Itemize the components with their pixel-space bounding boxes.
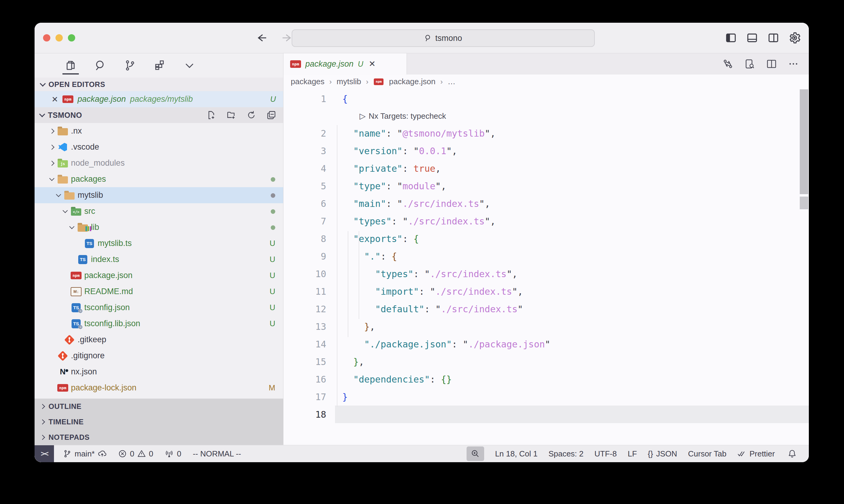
encoding-item[interactable]: UTF-8 bbox=[595, 449, 617, 458]
section-header-outline[interactable]: OUTLINE bbox=[35, 399, 283, 414]
code-line-12[interactable]: 12 "default": "./src/index.ts" bbox=[283, 300, 809, 318]
code-line-5[interactable]: 5 "type": "module", bbox=[283, 177, 809, 195]
explorer-icon[interactable] bbox=[64, 56, 77, 74]
section-header-timeline[interactable]: TIMELINE bbox=[35, 414, 283, 430]
tree-item-mytslib[interactable]: mytslib bbox=[35, 187, 283, 203]
code-line-13[interactable]: 13 }, bbox=[283, 318, 809, 335]
notifications-bell-icon[interactable] bbox=[786, 447, 798, 460]
extensions-icon[interactable] bbox=[153, 56, 167, 74]
collapse-all-button[interactable] bbox=[265, 109, 278, 122]
code-line-7[interactable]: 7 "types": "./src/index.ts", bbox=[283, 212, 809, 230]
file-tree: .nx.vscodejsnode_modulespackagesmytslib<… bbox=[35, 123, 283, 396]
code-line-16[interactable]: 16 "dependencies": {} bbox=[283, 371, 809, 388]
tree-item-mytslib-ts[interactable]: TSmytslib.tsU bbox=[35, 235, 283, 251]
search-panel-icon[interactable] bbox=[93, 56, 107, 74]
open-changes-icon[interactable] bbox=[722, 57, 734, 70]
code-text: "types": "./src/index.ts", bbox=[326, 269, 517, 279]
close-window-button[interactable] bbox=[43, 34, 50, 41]
code-line-1[interactable]: 1{ bbox=[283, 90, 809, 108]
cursor-tab-item[interactable]: Cursor Tab bbox=[688, 449, 727, 458]
remote-indicator[interactable]: >< bbox=[35, 445, 54, 462]
tree-item-lib[interactable]: lib bbox=[35, 219, 283, 235]
cursor-position-item[interactable]: Ln 18, Col 1 bbox=[495, 449, 537, 458]
scrollbar-thumb[interactable] bbox=[800, 89, 808, 194]
close-editor-icon[interactable]: ✕ bbox=[52, 95, 58, 103]
code-line-8[interactable]: 8 "exports": { bbox=[283, 230, 809, 248]
project-section-header[interactable]: TSMONO bbox=[35, 107, 283, 123]
code-line-6[interactable]: 6 "main": "./src/index.ts", bbox=[283, 195, 809, 212]
code-text: }, bbox=[326, 357, 364, 367]
toggle-panel-button[interactable] bbox=[746, 32, 758, 44]
new-folder-button[interactable] bbox=[225, 109, 238, 122]
code-line-17[interactable]: 17} bbox=[283, 388, 809, 406]
run-target-icon[interactable]: ▷ bbox=[360, 111, 366, 121]
screencast-zoom-badge[interactable] bbox=[467, 447, 484, 461]
code-line-10[interactable]: 10 "types": "./src/index.ts", bbox=[283, 265, 809, 283]
more-actions-icon[interactable] bbox=[787, 57, 800, 70]
tree-item-src[interactable]: </>src bbox=[35, 203, 283, 219]
command-center-search[interactable]: tsmono bbox=[292, 30, 595, 47]
tree-item--gitignore[interactable]: .gitignore bbox=[35, 348, 283, 364]
code-text: "main": "./src/index.ts", bbox=[326, 198, 490, 209]
code-line-14[interactable]: 14 "./package.json": "./package.json" bbox=[283, 335, 809, 353]
maximize-window-button[interactable] bbox=[68, 34, 75, 41]
breadcrumb-item[interactable]: … bbox=[447, 77, 455, 86]
tree-item--gitkeep[interactable]: .gitkeep bbox=[35, 332, 283, 348]
language-mode-item[interactable]: {} JSON bbox=[648, 449, 677, 458]
settings-gear-icon[interactable] bbox=[788, 32, 801, 44]
tree-item--nx[interactable]: .nx bbox=[35, 123, 283, 139]
tree-item-nx-json[interactable]: Nnx.json bbox=[35, 364, 283, 380]
tab-close-icon[interactable]: ✕ bbox=[369, 59, 376, 69]
code-line-9[interactable]: 9 ".": { bbox=[283, 248, 809, 265]
scrollbar-thumb-secondary[interactable] bbox=[800, 197, 808, 209]
tree-item--vscode[interactable]: .vscode bbox=[35, 139, 283, 155]
open-editor-item[interactable]: ✕ npm package.json packages/mytslib U bbox=[35, 91, 283, 107]
indentation-item[interactable]: Spaces: 2 bbox=[548, 449, 584, 458]
tree-item-readme-md[interactable]: M↓README.mdU bbox=[35, 284, 283, 300]
problems-item[interactable]: 0 0 bbox=[118, 449, 153, 458]
tree-item-tsconfig-lib-json[interactable]: TStsconfig.lib.jsonU bbox=[35, 316, 283, 332]
source-control-icon[interactable] bbox=[123, 56, 137, 74]
tab-package-json[interactable]: npm package.json U ✕ bbox=[283, 53, 407, 74]
git-branch-item[interactable]: main* bbox=[63, 449, 107, 458]
breadcrumb-item[interactable]: package.json bbox=[389, 77, 435, 86]
tree-item-tsconfig-json[interactable]: TStsconfig.jsonU bbox=[35, 300, 283, 316]
refresh-button[interactable] bbox=[245, 109, 258, 122]
section-header-notepads[interactable]: NOTEPADS bbox=[35, 430, 283, 445]
nx-codelens[interactable]: ▷Nx Targets: typecheck bbox=[283, 108, 809, 125]
vim-mode-indicator[interactable]: -- NORMAL -- bbox=[193, 449, 241, 458]
tree-item-label: tsconfig.lib.json bbox=[84, 319, 140, 328]
tree-item-package-lock-json[interactable]: npmpackage-lock.jsonM bbox=[35, 380, 283, 396]
formatter-item[interactable]: Prettier bbox=[737, 449, 775, 458]
toggle-primary-sidebar-button[interactable] bbox=[725, 32, 737, 44]
tree-item-index-ts[interactable]: TSindex.tsU bbox=[35, 251, 283, 267]
code-text: "import": "./src/index.ts", bbox=[326, 286, 523, 297]
code-line-2[interactable]: 2 "name": "@tsmono/mytslib", bbox=[283, 125, 809, 142]
split-editor-icon[interactable] bbox=[765, 57, 778, 70]
toggle-secondary-sidebar-button[interactable] bbox=[767, 32, 780, 44]
code-line-3[interactable]: 3 "version": "0.0.1", bbox=[283, 142, 809, 160]
tree-item-node-modules[interactable]: jsnode_modules bbox=[35, 155, 283, 171]
line-number: 14 bbox=[283, 339, 326, 349]
git-status-badge: U bbox=[270, 94, 276, 104]
tree-item-packages[interactable]: packages bbox=[35, 171, 283, 187]
new-file-button[interactable] bbox=[205, 109, 218, 122]
breadcrumb-item[interactable]: packages bbox=[291, 77, 324, 86]
back-button[interactable] bbox=[255, 32, 268, 44]
breadcrumb-item[interactable]: mytslib bbox=[337, 77, 361, 86]
minimize-window-button[interactable] bbox=[55, 34, 63, 41]
code-line-15[interactable]: 15 }, bbox=[283, 353, 809, 371]
open-preview-icon[interactable] bbox=[743, 57, 756, 70]
more-views-chevron-icon[interactable] bbox=[183, 56, 196, 74]
open-editors-header[interactable]: OPEN EDITORS bbox=[35, 77, 283, 91]
code-editor[interactable]: 1{▷Nx Targets: typecheck2 "name": "@tsmo… bbox=[283, 89, 809, 445]
code-line-18[interactable]: 18 bbox=[283, 406, 809, 423]
title-bar[interactable]: tsmono bbox=[35, 23, 809, 53]
code-line-4[interactable]: 4 "private": true, bbox=[283, 160, 809, 177]
ports-count: 0 bbox=[177, 449, 181, 458]
ports-item[interactable]: 0 bbox=[165, 449, 181, 458]
tree-item-package-json[interactable]: npmpackage.jsonU bbox=[35, 267, 283, 284]
code-line-11[interactable]: 11 "import": "./src/index.ts", bbox=[283, 283, 809, 300]
tree-item-label: .vscode bbox=[71, 142, 99, 152]
eol-item[interactable]: LF bbox=[627, 449, 637, 458]
